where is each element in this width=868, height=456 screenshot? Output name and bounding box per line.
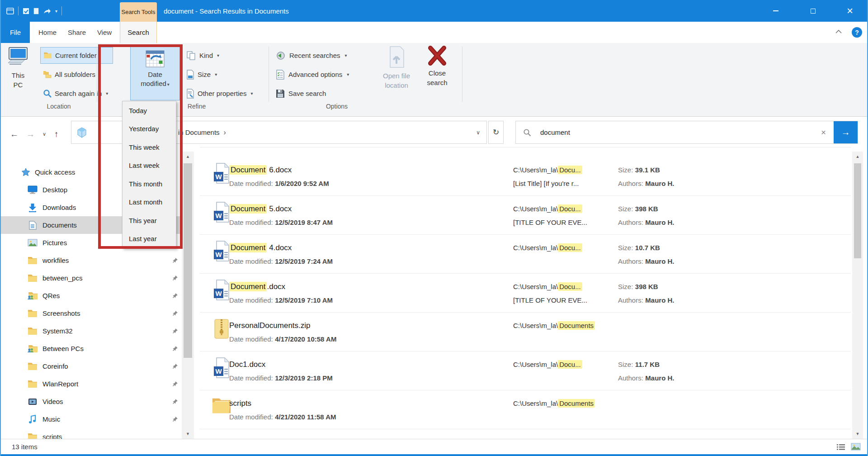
tab-file[interactable]: File <box>1 22 30 43</box>
close-button[interactable]: × <box>838 0 862 22</box>
scrollbar-thumb[interactable] <box>184 163 192 358</box>
file-content-snippet: [TITLE OF YOUR EVE... <box>513 294 587 307</box>
advanced-options-button[interactable]: Advanced options ▾ <box>276 66 349 83</box>
date-filter-this-week[interactable]: This week <box>123 138 176 157</box>
file-name: Document 4.docx <box>229 241 333 255</box>
file-row[interactable]: W Document 5.docx Date modified: 12/5/20… <box>200 196 851 235</box>
forward-button[interactable]: → <box>26 117 35 152</box>
scroll-up-icon[interactable]: ▲ <box>852 152 863 162</box>
pictures-icon <box>27 239 38 247</box>
results-scrollbar[interactable]: ▲ ▼ <box>852 152 863 439</box>
current-folder-button[interactable]: Current folder <box>40 47 113 64</box>
qat-customize-icon[interactable]: ▾ <box>55 9 57 14</box>
back-button[interactable]: ← <box>10 117 19 152</box>
pin-icon[interactable] <box>172 275 178 281</box>
sidebar-item-system32[interactable]: System32 <box>1 322 182 340</box>
date-modified-button[interactable]: Date modified▾ <box>130 44 180 100</box>
search-again-in-button[interactable]: Search again in ▾ <box>40 85 111 102</box>
sidebar-item-workfiles[interactable]: workfiles <box>1 252 182 269</box>
pin-icon[interactable] <box>172 399 178 404</box>
scroll-up-icon[interactable]: ▲ <box>182 152 194 162</box>
clear-search-icon[interactable]: × <box>821 121 826 143</box>
sidebar-item-music[interactable]: Music <box>1 410 182 428</box>
sidebar-item-coreinfo[interactable]: Coreinfo <box>1 357 182 375</box>
date-filter-yesterday[interactable]: Yesterday <box>123 120 176 138</box>
open-file-location-label: location <box>385 81 408 90</box>
properties-check-icon[interactable] <box>23 8 29 14</box>
close-search-button[interactable]: Close search <box>417 46 458 87</box>
app-window-icon[interactable] <box>6 8 14 14</box>
address-dropdown-chevron-icon[interactable]: ∨ <box>476 121 480 143</box>
file-row[interactable]: W Doc1.docx Date modified: 12/3/2019 2:1… <box>200 352 851 390</box>
recent-locations-chevron-icon[interactable]: ∨ <box>42 117 46 152</box>
file-row[interactable]: scripts Date modified: 4/21/2020 11:58 A… <box>200 390 851 429</box>
pin-icon[interactable] <box>172 381 178 387</box>
help-button[interactable]: ? <box>852 27 862 38</box>
pin-icon[interactable] <box>172 293 178 299</box>
thumbnail-view-button[interactable] <box>851 443 861 451</box>
pin-icon[interactable] <box>172 310 178 316</box>
refresh-button[interactable]: ↻ <box>488 121 504 144</box>
file-row[interactable]: PersonalDocuments.zip Date modified: 4/1… <box>200 313 851 352</box>
file-path: C:\Users\m_la\Docu... <box>513 241 582 255</box>
date-filter-this-year[interactable]: This year <box>123 211 176 230</box>
tab-home[interactable]: Home <box>33 22 61 43</box>
this-pc-button[interactable]: This PC <box>5 47 32 90</box>
recent-searches-label: Recent searches <box>289 52 340 59</box>
sidebar-item-between-pcs[interactable]: Between PCs <box>1 340 182 357</box>
date-filter-last-year[interactable]: Last year <box>123 230 176 248</box>
sidebar-item-wlanreport[interactable]: WlanReport <box>1 375 182 393</box>
collapse-ribbon-icon[interactable] <box>835 29 842 33</box>
scroll-down-icon[interactable]: ▼ <box>182 429 194 439</box>
tab-share[interactable]: Share <box>64 22 90 43</box>
date-filter-last-month[interactable]: Last month <box>123 193 176 212</box>
sidebar-item-videos[interactable]: Videos <box>1 393 182 410</box>
date-modified-value: 4/17/2020 10:58 AM <box>275 335 336 343</box>
pin-icon[interactable] <box>172 257 178 263</box>
size-filter-button[interactable]: Size ▾ <box>186 66 217 83</box>
file-date-modified: Date modified: 12/5/2019 7:10 AM <box>229 294 333 307</box>
file-row[interactable]: W Document.docx Date modified: 12/5/2019… <box>200 274 851 313</box>
pin-icon[interactable] <box>172 363 178 369</box>
date-filter-this-month[interactable]: This month <box>123 175 176 193</box>
sidebar-item-between-pcs[interactable]: between_pcs <box>1 269 182 287</box>
date-filter-last-week[interactable]: Last week <box>123 157 176 175</box>
open-file-location-button[interactable]: Open file location <box>379 46 414 90</box>
tab-search-active[interactable]: Search <box>120 22 157 43</box>
new-item-icon[interactable] <box>33 8 39 14</box>
kind-filter-button[interactable]: Kind ▾ <box>186 47 219 64</box>
sidebar-item-qres[interactable]: QRes <box>1 287 182 304</box>
sidebar-item-screenshots[interactable]: Screenshots <box>1 304 182 322</box>
up-button[interactable]: ↑ <box>54 117 59 152</box>
search-go-button[interactable]: → <box>834 121 858 143</box>
scroll-down-icon[interactable]: ▼ <box>852 429 863 439</box>
recent-searches-button[interactable]: Recent searches ▾ <box>276 47 347 64</box>
file-row[interactable]: W Document 4.docx Date modified: 12/5/20… <box>200 235 851 274</box>
all-subfolders-button[interactable]: All subfolders <box>40 66 98 83</box>
maximize-button[interactable] <box>801 0 825 22</box>
minimize-icon <box>773 10 778 11</box>
date-filter-today[interactable]: Today <box>123 101 176 120</box>
details-view-button[interactable] <box>836 443 845 451</box>
save-search-button[interactable]: Save search <box>276 85 326 102</box>
file-path: C:\Users\m_la\Docu... <box>513 202 587 216</box>
file-date-modified: Date modified: 12/5/2019 8:47 AM <box>229 216 333 229</box>
file-name-text: .docx <box>267 282 285 291</box>
pin-icon[interactable] <box>172 328 178 334</box>
file-row[interactable]: W Document 6.docx Date modified: 1/6/202… <box>200 157 851 196</box>
file-name-text: scripts <box>229 399 251 408</box>
pin-icon[interactable] <box>172 346 178 352</box>
search-input[interactable]: document × → <box>515 121 858 144</box>
pin-icon[interactable] <box>172 416 178 422</box>
date-modified-dropdown: TodayYesterdayThis weekLast weekThis mon… <box>122 101 176 248</box>
sidebar-item-scripts[interactable]: scripts <box>1 428 182 439</box>
share-arrow-icon[interactable] <box>43 8 51 14</box>
minimize-button[interactable] <box>764 0 788 22</box>
kind-label: Kind <box>199 52 213 59</box>
zip-file-icon <box>212 318 231 341</box>
scrollbar-thumb[interactable] <box>854 163 861 258</box>
date-modified-value: 4/21/2020 11:58 AM <box>275 413 336 421</box>
tab-view[interactable]: View <box>92 22 117 43</box>
other-properties-button[interactable]: Other properties ▾ <box>186 85 253 102</box>
sidebar-scrollbar[interactable]: ▲ ▼ <box>182 152 194 439</box>
